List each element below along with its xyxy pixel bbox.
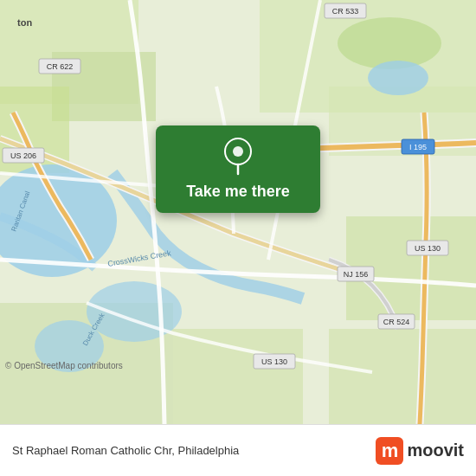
svg-text:ton: ton bbox=[17, 17, 32, 28]
svg-rect-10 bbox=[329, 329, 476, 424]
svg-rect-9 bbox=[173, 329, 303, 424]
moovit-logo-text: moovit bbox=[407, 441, 464, 460]
svg-text:CR 622: CR 622 bbox=[47, 62, 74, 71]
svg-point-12 bbox=[368, 61, 428, 95]
svg-text:NJ 156: NJ 156 bbox=[344, 270, 369, 279]
bottom-bar: St Raphael Roman Catholic Chr, Philadelp… bbox=[0, 424, 476, 476]
moovit-logo: m moovit bbox=[376, 437, 464, 465]
moovit-logo-icon: m bbox=[376, 437, 403, 465]
svg-text:US 206: US 206 bbox=[10, 151, 36, 160]
map-container: CR 533 CR 622 US 206 I 195 US 130 NJ 156… bbox=[0, 0, 476, 424]
cta-button-container: Take me there bbox=[156, 125, 320, 213]
svg-text:CR 524: CR 524 bbox=[383, 318, 410, 326]
svg-text:CR 533: CR 533 bbox=[332, 7, 359, 16]
svg-text:US 130: US 130 bbox=[261, 357, 287, 366]
osm-attribution: © OpenStreetMap contributors bbox=[5, 361, 123, 370]
svg-text:I 195: I 195 bbox=[409, 143, 427, 151]
location-text: St Raphael Roman Catholic Chr, Philadelp… bbox=[12, 444, 239, 457]
location-pin-icon bbox=[222, 138, 254, 176]
svg-text:US 130: US 130 bbox=[415, 244, 441, 253]
svg-point-36 bbox=[233, 146, 243, 157]
cta-button-label: Take me there bbox=[186, 183, 290, 201]
take-me-there-button[interactable]: Take me there bbox=[156, 125, 320, 213]
